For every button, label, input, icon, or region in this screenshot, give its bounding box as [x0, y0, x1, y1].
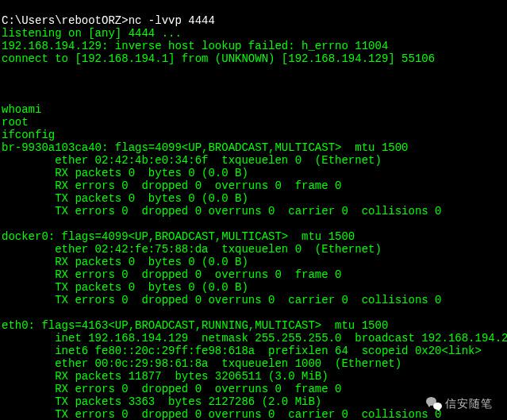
whoami-cmd: whoami	[2, 103, 41, 116]
listening-line: listening on [any] 4444 ...	[2, 27, 182, 40]
terminal-window[interactable]: C:\Users\rebootORZ>nc -lvvp 4444 listeni…	[0, 0, 507, 420]
wechat-icon	[426, 396, 442, 410]
iface-docker-rxpkt: RX packets 0 bytes 0 (0.0 B)	[2, 256, 248, 268]
whoami-output: root	[2, 116, 29, 129]
iface-docker-ether: ether 02:42:fe:75:88:da txqueuelen 0 (Et…	[2, 243, 382, 256]
iface-br-txerr: TX errors 0 dropped 0 overruns 0 carrier…	[2, 205, 442, 218]
iface-docker-txerr: TX errors 0 dropped 0 overruns 0 carrier…	[2, 294, 442, 306]
iface-eth0-inet: inet 192.168.194.129 netmask 255.255.255…	[2, 332, 507, 345]
iface-eth0-rxpkt: RX packets 11877 bytes 3206511 (3.0 MiB)	[2, 370, 328, 383]
watermark-text: 信安随笔	[445, 397, 493, 410]
iface-br-ether: ether 02:42:4b:e0:34:6f txqueuelen 0 (Et…	[2, 154, 382, 167]
iface-docker-txpkt: TX packets 0 bytes 0 (0.0 B)	[2, 281, 248, 294]
iface-eth0-header: eth0: flags=4163<UP,BROADCAST,RUNNING,MU…	[2, 319, 388, 332]
iface-br-rxpkt: RX packets 0 bytes 0 (0.0 B)	[2, 167, 248, 179]
iface-br-rxerr: RX errors 0 dropped 0 overruns 0 frame 0	[2, 179, 341, 192]
connect-line: connect to [192.168.194.1] from (UNKNOWN…	[2, 52, 435, 65]
iface-br-txpkt: TX packets 0 bytes 0 (0.0 B)	[2, 192, 248, 205]
iface-eth0-ether: ether 00:0c:29:98:61:8a txqueuelen 1000 …	[2, 357, 401, 370]
iface-eth0-txpkt: TX packets 3363 bytes 2127286 (2.0 MiB)	[2, 395, 321, 408]
prompt-line: C:\Users\rebootORZ>nc -lvvp 4444	[2, 14, 215, 27]
iface-br-header: br-9930a103ca40: flags=4099<UP,BROADCAST…	[2, 141, 408, 154]
iface-docker-rxerr: RX errors 0 dropped 0 overruns 0 frame 0	[2, 268, 341, 281]
iface-eth0-txerr: TX errors 0 dropped 0 overruns 0 carrier…	[2, 408, 442, 420]
iface-docker-header: docker0: flags=4099<UP,BROADCAST,MULTICA…	[2, 230, 355, 243]
iface-eth0-rxerr: RX errors 0 dropped 0 overruns 0 frame 0	[2, 383, 341, 395]
lookup-fail-line: 192.168.194.129: inverse host lookup fai…	[2, 40, 388, 52]
iface-eth0-inet6: inet6 fe80::20c:29ff:fe98:618a prefixlen…	[2, 345, 482, 357]
ifconfig-cmd: ifconfig	[2, 129, 55, 141]
watermark: 信安随笔	[426, 396, 493, 410]
